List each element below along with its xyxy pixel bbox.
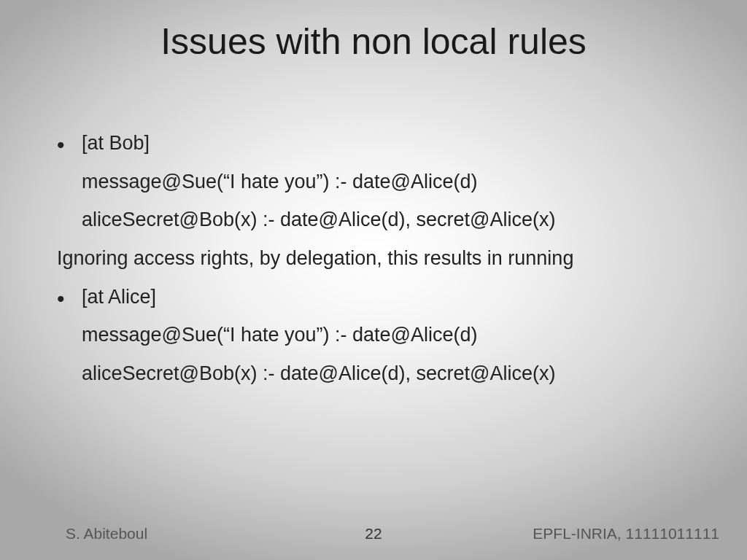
slide-title: Issues with non local rules (0, 20, 747, 63)
slide-body: • [at Bob] message@Sue(“I hate you”) :- … (57, 124, 703, 392)
body-paragraph: Ignoring access rights, by delegation, t… (57, 239, 703, 278)
slide: Issues with non local rules • [at Bob] m… (0, 0, 747, 560)
bullet-item-at-bob: • [at Bob] (57, 124, 703, 163)
bullet-icon: • (57, 134, 82, 156)
code-line: aliceSecret@Bob(x) :- date@Alice(d), sec… (57, 201, 703, 239)
bullet-text: [at Bob] (82, 124, 150, 163)
bullet-item-at-alice: • [at Alice] (57, 278, 703, 316)
code-line: message@Sue(“I hate you”) :- date@Alice(… (57, 316, 703, 354)
footer-affiliation: EPFL-INRIA, 11111011111 (533, 525, 719, 542)
code-line: message@Sue(“I hate you”) :- date@Alice(… (57, 163, 703, 201)
code-line: aliceSecret@Bob(x) :- date@Alice(d), sec… (57, 354, 703, 393)
bullet-icon: • (57, 288, 82, 310)
bullet-text: [at Alice] (82, 278, 156, 316)
